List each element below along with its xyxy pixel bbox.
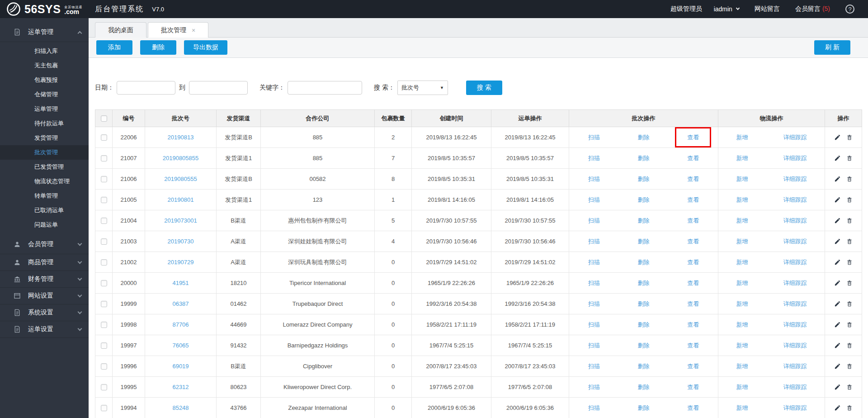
delete-trash-icon[interactable] <box>846 134 853 141</box>
logistics-op-link[interactable]: 详细跟踪 <box>783 342 807 350</box>
row-checkbox[interactable] <box>101 155 107 162</box>
batch-op-link[interactable]: 查看 <box>687 196 699 204</box>
row-checkbox[interactable] <box>101 280 107 286</box>
batch-op-link[interactable]: 查看 <box>687 238 699 246</box>
batch-op-link[interactable]: 扫描 <box>588 321 600 329</box>
logistics-op-link[interactable]: 详细跟踪 <box>783 300 807 308</box>
row-checkbox[interactable] <box>101 363 107 370</box>
batch-op-link[interactable]: 删除 <box>637 404 649 412</box>
delete-trash-icon[interactable] <box>846 280 853 286</box>
logistics-op-link[interactable]: 详细跟踪 <box>783 321 807 329</box>
batch-op-link[interactable]: 查看 <box>687 362 699 370</box>
edit-pencil-icon[interactable] <box>834 384 841 390</box>
sidebar-item-entry[interactable]: 物流状态管理 <box>0 174 89 189</box>
batch-op-link[interactable]: 扫描 <box>588 383 600 391</box>
logistics-op-link[interactable]: 详细跟踪 <box>783 383 807 391</box>
logistics-op-link[interactable]: 新增 <box>736 133 748 142</box>
edit-pencil-icon[interactable] <box>834 134 841 141</box>
logistics-op-link[interactable]: 新增 <box>736 321 748 329</box>
row-checkbox[interactable] <box>101 301 107 307</box>
logistics-op-link[interactable]: 详细跟踪 <box>783 279 807 287</box>
sidebar-item-entry[interactable]: 转单管理 <box>0 189 89 203</box>
batch-op-link[interactable]: 查看 <box>687 383 699 391</box>
sidebar-item-entry[interactable]: 待付款运单 <box>0 116 89 131</box>
batch-op-link[interactable]: 扫描 <box>588 154 600 162</box>
logistics-op-link[interactable]: 详细跟踪 <box>783 154 807 162</box>
edit-pencil-icon[interactable] <box>834 363 841 370</box>
batch-no-link[interactable]: 2019080555 <box>164 176 197 182</box>
select-all-checkbox[interactable] <box>101 115 107 122</box>
sidebar-section-waybill-management[interactable]: 运单管理 <box>0 23 89 42</box>
row-checkbox[interactable] <box>101 197 107 203</box>
logistics-op-link[interactable]: 详细跟踪 <box>783 404 807 412</box>
edit-pencil-icon[interactable] <box>834 280 841 286</box>
row-checkbox[interactable] <box>101 218 107 224</box>
logistics-op-link[interactable]: 新增 <box>736 300 748 308</box>
batch-op-link[interactable]: 查看 <box>687 134 699 141</box>
batch-op-link[interactable]: 扫描 <box>588 258 600 266</box>
batch-op-link[interactable]: 扫描 <box>588 133 600 142</box>
batch-no-link[interactable]: 20190729 <box>168 259 194 266</box>
sidebar-section[interactable]: 商品管理 <box>0 254 89 271</box>
batch-op-link[interactable]: 查看 <box>687 321 699 329</box>
batch-op-link[interactable]: 删除 <box>637 383 649 391</box>
edit-pencil-icon[interactable] <box>834 321 841 328</box>
edit-pencil-icon[interactable] <box>834 259 841 266</box>
batch-op-link[interactable]: 删除 <box>637 133 649 142</box>
logistics-op-link[interactable]: 新增 <box>736 217 748 225</box>
batch-op-link[interactable]: 删除 <box>637 154 649 162</box>
logistics-op-link[interactable]: 详细跟踪 <box>783 258 807 266</box>
batch-op-link[interactable]: 查看 <box>687 258 699 266</box>
batch-op-link[interactable]: 删除 <box>637 279 649 287</box>
batch-op-link[interactable]: 扫描 <box>588 342 600 350</box>
batch-op-link[interactable]: 查看 <box>687 154 699 162</box>
batch-op-link[interactable]: 扫描 <box>588 404 600 412</box>
delete-trash-icon[interactable] <box>846 363 853 370</box>
batch-op-link[interactable]: 查看 <box>687 217 699 225</box>
sidebar-item-entry[interactable]: 运单管理 <box>0 102 89 116</box>
batch-no-link[interactable]: 85248 <box>172 404 189 411</box>
logistics-op-link[interactable]: 新增 <box>736 279 748 287</box>
sidebar-section[interactable]: 财务管理 <box>0 271 89 287</box>
row-checkbox[interactable] <box>101 176 107 182</box>
logistics-op-link[interactable]: 详细跟踪 <box>783 175 807 183</box>
date-to-input[interactable] <box>189 81 248 95</box>
row-checkbox[interactable] <box>101 134 107 141</box>
edit-pencil-icon[interactable] <box>834 238 841 245</box>
sidebar-item-entry[interactable]: 无主包裹 <box>0 58 89 73</box>
logistics-op-link[interactable]: 详细跟踪 <box>783 133 807 142</box>
site-messages-link[interactable]: 网站留言 <box>755 5 780 13</box>
delete-trash-icon[interactable] <box>846 259 853 266</box>
tab-batch-management[interactable]: 批次管理 × <box>148 22 208 38</box>
logistics-op-link[interactable]: 新增 <box>736 362 748 370</box>
tab-my-desktop[interactable]: 我的桌面 <box>95 22 146 38</box>
delete-button[interactable]: 删除 <box>140 40 176 55</box>
add-button[interactable]: 添加 <box>96 40 132 55</box>
delete-trash-icon[interactable] <box>846 384 853 390</box>
sidebar-section[interactable]: 会员管理 <box>0 235 89 254</box>
row-checkbox[interactable] <box>101 259 107 266</box>
batch-no-link[interactable]: 41951 <box>172 280 189 286</box>
sidebar-section[interactable]: 网站设置 <box>0 287 89 304</box>
logistics-op-link[interactable]: 详细跟踪 <box>783 196 807 204</box>
refresh-button[interactable]: 刷 新 <box>814 40 850 55</box>
batch-no-link[interactable]: 76065 <box>172 342 189 349</box>
batch-op-link[interactable]: 扫描 <box>588 196 600 204</box>
logistics-op-link[interactable]: 详细跟踪 <box>783 362 807 370</box>
logistics-op-link[interactable]: 详细跟踪 <box>783 238 807 246</box>
batch-op-link[interactable]: 删除 <box>637 342 649 350</box>
batch-op-link[interactable]: 删除 <box>637 258 649 266</box>
edit-pencil-icon[interactable] <box>834 176 841 182</box>
member-messages-link[interactable]: 会员留言(5) <box>795 5 830 13</box>
sidebar-item-entry[interactable]: 包裹预报 <box>0 73 89 87</box>
row-checkbox[interactable] <box>101 405 107 411</box>
batch-op-link[interactable]: 查看 <box>687 175 699 183</box>
help-icon[interactable]: ? <box>845 5 854 14</box>
sidebar-item-active[interactable]: 批次管理 <box>0 145 89 160</box>
edit-pencil-icon[interactable] <box>834 404 841 411</box>
row-checkbox[interactable] <box>101 238 107 245</box>
edit-pencil-icon[interactable] <box>834 217 841 224</box>
batch-op-link[interactable]: 扫描 <box>588 217 600 225</box>
delete-trash-icon[interactable] <box>846 321 853 328</box>
batch-op-link[interactable]: 删除 <box>637 362 649 370</box>
